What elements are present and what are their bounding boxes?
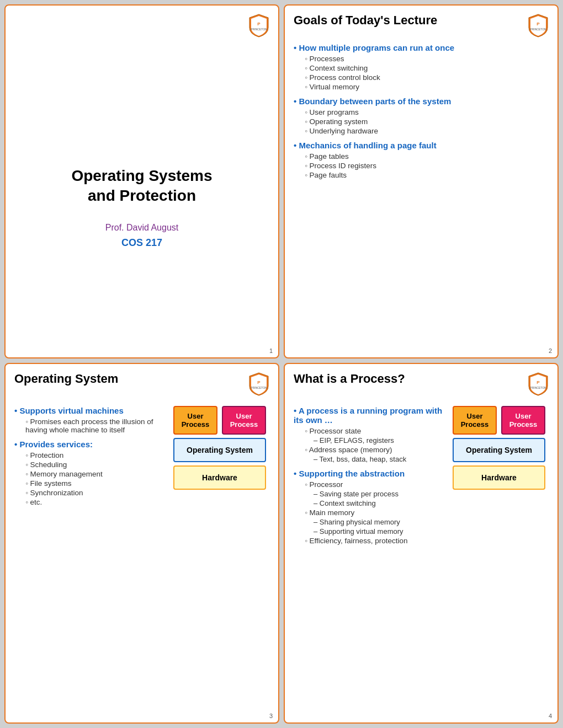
slide4-diagram: User Process User Process Operating Syst… [449, 400, 549, 546]
princeton-shield-3: P PRINCETON [248, 372, 269, 396]
slide4-dash-1-2: Text, bss, data, heap, stack [314, 455, 444, 463]
slide3-main-1: Supports virtual machines [14, 406, 164, 415]
svg-text:P: P [537, 22, 540, 26]
slide1-number: 1 [269, 347, 273, 354]
slide4-sub-2-2: Main memory [305, 508, 444, 517]
svg-text:PRINCETON: PRINCETON [530, 386, 546, 389]
slide-4: What is a Process? P PRINCETON A process… [284, 363, 559, 724]
slide2-main-1: How multiple programs can run at once [294, 43, 549, 52]
slide2-bullets: How multiple programs can run at once Pr… [294, 43, 549, 179]
princeton-shield-4: P PRINCETON [528, 372, 549, 396]
slide4-hw-box: Hardware [453, 465, 545, 490]
slide1-title: Operating Systemsand Protection [71, 166, 212, 206]
slide3-sub-2-2: Scheduling [25, 461, 164, 469]
slide3-title: Operating System [14, 372, 118, 386]
slide-1: P PRINCETON Operating Systemsand Protect… [4, 4, 279, 358]
slide4-dash-2-1: Saving state per process [314, 490, 444, 498]
slide4-text: A process is a running program with its … [294, 400, 444, 546]
slide1-content: Operating Systemsand Protection Prof. Da… [14, 60, 269, 355]
slide2-sub-1-2: Context switching [305, 64, 549, 72]
slide3-number: 3 [269, 713, 273, 719]
slide4-number: 4 [549, 713, 552, 719]
slide2-header: Goals of Today's Lecture P PRINCETON [294, 13, 549, 38]
slide3-sub-1-1: Promises each process the illusion of ha… [25, 417, 164, 434]
slide3-user-row: User Process User Process [173, 406, 266, 435]
slide4-header: What is a Process? P PRINCETON [294, 372, 549, 396]
slide1-prof: Prof. David August [105, 223, 179, 233]
slide4-os-box: Operating System [453, 438, 545, 462]
slide-3: Operating System P PRINCETON Supports vi… [4, 363, 279, 724]
slide4-dash-2-3: Sharing physical memory [314, 518, 444, 526]
slide1-course: COS 217 [121, 237, 162, 249]
slide3-sub-2-1: Protection [25, 451, 164, 459]
slide3-sub-2-4: File systems [25, 479, 164, 488]
slide1-header: P PRINCETON [14, 13, 269, 38]
slide4-sub-1-1: Processor state [305, 427, 444, 435]
slide3-main-2: Provides services: [14, 440, 164, 449]
slide4-user-process-1: User Process [453, 406, 497, 435]
slide2-main-3: Mechanics of handling a page fault [294, 141, 549, 150]
slide2-sub-3-2: Process ID registers [305, 162, 549, 170]
svg-text:P: P [257, 22, 261, 26]
slide4-user-process-2: User Process [501, 406, 545, 435]
svg-text:P: P [537, 380, 540, 385]
slide3-os-box: Operating System [173, 438, 266, 462]
slide2-sub-2-3: Underlying hardware [305, 127, 549, 135]
slide3-sub-2-5: Synchronization [25, 489, 164, 497]
slide3-text: Supports virtual machines Promises each … [14, 400, 164, 507]
svg-text:P: P [257, 380, 261, 385]
slide4-dash-2-4: Supporting virtual memory [314, 527, 444, 536]
svg-text:PRINCETON: PRINCETON [530, 28, 546, 31]
slide3-diagram: User Process User Process Operating Syst… [170, 400, 269, 507]
slide4-title: What is a Process? [294, 372, 405, 386]
svg-text:PRINCETON: PRINCETON [251, 28, 267, 31]
slide4-user-row: User Process User Process [453, 406, 545, 435]
slide2-sub-1-3: Process control block [305, 73, 549, 82]
slide3-layout: Supports virtual machines Promises each … [14, 400, 269, 507]
princeton-shield-2: P PRINCETON [528, 13, 549, 38]
slide4-sub-2-3: Efficiency, fairness, protection [305, 537, 444, 545]
slide4-sub-2-1: Processor [305, 480, 444, 489]
slide2-main-2: Boundary between parts of the system [294, 97, 549, 106]
princeton-shield-1: P PRINCETON [248, 13, 269, 38]
slide4-dash-1-1: EIP, EFLAGS, registers [314, 436, 444, 445]
slide4-main-2: Supporting the abstraction [294, 469, 444, 478]
slide-2: Goals of Today's Lecture P PRINCETON How… [284, 4, 559, 358]
slide3-sub-2-6: etc. [25, 498, 164, 506]
svg-text:PRINCETON: PRINCETON [251, 386, 267, 389]
slide2-sub-2-1: User programs [305, 108, 549, 116]
slide3-user-process-1: User Process [173, 406, 217, 435]
slide4-dash-2-2: Context switching [314, 499, 444, 507]
slide2-sub-3-1: Page tables [305, 152, 549, 160]
slide3-user-process-2: User Process [222, 406, 266, 435]
slide2-title: Goals of Today's Lecture [294, 13, 437, 28]
slide2-sub-3-3: Page faults [305, 171, 549, 179]
slide2-sub-1-4: Virtual memory [305, 83, 549, 91]
slide4-sub-1-2: Address space (memory) [305, 446, 444, 454]
slide4-main-1: A process is a running program with its … [294, 406, 444, 425]
slide3-header: Operating System P PRINCETON [14, 372, 269, 396]
slide4-layout: A process is a running program with its … [294, 400, 549, 546]
slide2-sub-1-1: Processes [305, 55, 549, 63]
slide3-sub-2-3: Memory management [25, 470, 164, 478]
slide3-hw-box: Hardware [173, 465, 266, 490]
slide2-number: 2 [549, 347, 552, 354]
slide2-sub-2-2: Operating system [305, 117, 549, 126]
